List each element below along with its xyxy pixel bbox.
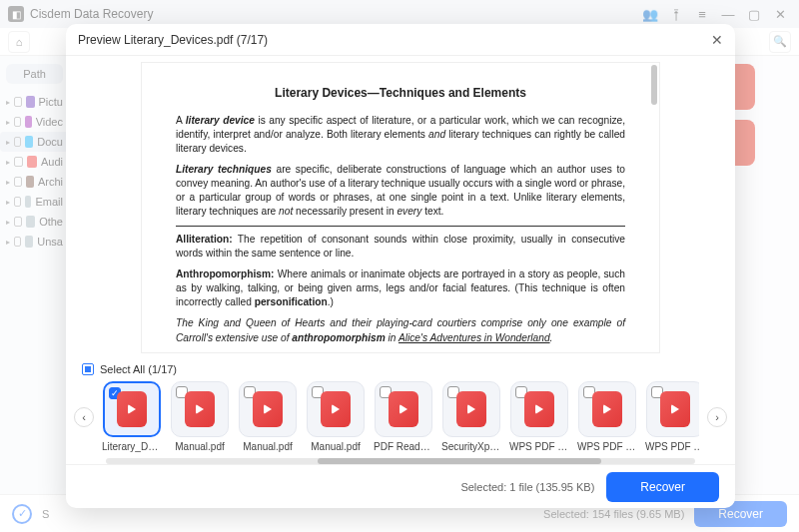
document-scrollbar[interactable]: [651, 65, 657, 105]
thumb-label: SecurityXplo...: [441, 441, 501, 452]
document-viewport[interactable]: Literary Devices—Techniques and Elements…: [141, 62, 660, 353]
thumbnail-2[interactable]: Manual.pdf: [238, 381, 298, 452]
thumbnail-6[interactable]: WPS PDF Qu...: [509, 381, 569, 452]
pdf-icon: [456, 391, 486, 427]
thumbnail-7[interactable]: WPS PDF Qu...: [577, 381, 637, 452]
pdf-icon: [253, 391, 283, 427]
thumbs-scrollbar[interactable]: [106, 458, 695, 464]
modal-header: Preview Literary_Devices.pdf (7/17) ✕: [66, 24, 735, 56]
thumb-label: PDF Reader ...: [374, 441, 433, 452]
selected-info: Selected: 1 file (135.95 KB): [460, 481, 594, 493]
pdf-icon: [592, 391, 622, 427]
thumbs-prev-button[interactable]: ‹: [74, 407, 94, 427]
thumb-label: Manual.pdf: [238, 441, 298, 452]
doc-heading: Literary Devices—Techniques and Elements: [176, 85, 625, 102]
thumb-label: Manual.pdf: [170, 441, 230, 452]
thumb-label: WPS PDF Qu...: [509, 441, 569, 452]
pdf-icon: [321, 391, 351, 427]
pdf-icon: [524, 391, 554, 427]
pdf-icon: [185, 391, 215, 427]
thumbnail-8[interactable]: WPS PDF Qu...: [645, 381, 699, 452]
select-all-label: Select All (1/17): [100, 363, 177, 375]
thumbnail-5[interactable]: SecurityXplo...: [441, 381, 501, 452]
preview-area: Literary Devices—Techniques and Elements…: [66, 56, 735, 357]
thumbs-next-button[interactable]: ›: [707, 407, 727, 427]
modal-footer: Selected: 1 file (135.95 KB) Recover: [66, 464, 735, 508]
thumbnail-strip: ‹ ✓Literary_Devi...Manual.pdfManual.pdfM…: [66, 377, 735, 456]
thumb-label: Literary_Devi...: [102, 441, 162, 452]
thumb-label: WPS PDF Qu...: [577, 441, 637, 452]
recover-button[interactable]: Recover: [606, 472, 719, 502]
thumbnail-0[interactable]: ✓Literary_Devi...: [102, 381, 162, 452]
pdf-icon: [660, 391, 690, 427]
select-all-checkbox[interactable]: [82, 363, 94, 375]
select-all-row: Select All (1/17): [66, 357, 735, 377]
thumb-label: Manual.pdf: [306, 441, 366, 452]
thumbnail-4[interactable]: PDF Reader ...: [374, 381, 433, 452]
thumbnail-1[interactable]: Manual.pdf: [170, 381, 230, 452]
document-content: Literary Devices—Techniques and Elements…: [142, 63, 659, 353]
modal-title: Preview Literary_Devices.pdf (7/17): [78, 33, 268, 47]
thumbnail-3[interactable]: Manual.pdf: [306, 381, 366, 452]
pdf-icon: [117, 391, 147, 427]
thumb-label: WPS PDF Qu...: [645, 441, 699, 452]
preview-dialog: Preview Literary_Devices.pdf (7/17) ✕ Li…: [66, 24, 735, 508]
pdf-icon: [389, 391, 418, 427]
close-icon[interactable]: ✕: [711, 32, 723, 48]
